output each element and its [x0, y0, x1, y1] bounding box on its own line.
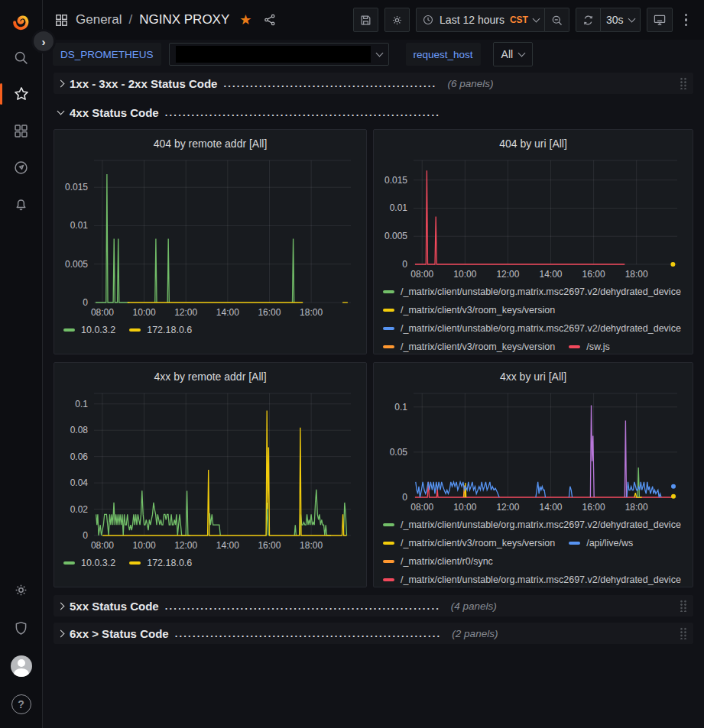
search-icon[interactable]	[6, 44, 37, 70]
chart-404-by-remote-addr[interactable]: 00.0050.010.01508:0010:0012:0014:0016:00…	[60, 154, 360, 352]
svg-text:08:00: 08:00	[410, 502, 433, 513]
chart-plot[interactable]: 00.020.040.060.080.108:0010:0012:0014:00…	[60, 387, 360, 554]
panel-4xx-by-remote-addr: 4xx by remote addr [All] 00.020.040.060.…	[54, 362, 367, 587]
kebab-menu-icon[interactable]	[679, 11, 694, 30]
refresh-button[interactable]	[576, 8, 601, 32]
refresh-interval-picker[interactable]: 30s	[601, 8, 641, 32]
svg-text:0.06: 0.06	[70, 451, 89, 462]
chart-plot[interactable]: 00.0050.010.01508:0010:0012:0014:0016:00…	[380, 154, 686, 283]
zoom-out-button[interactable]	[545, 8, 569, 32]
legend-item[interactable]: /_matrix/client/unstable/org.matrix.msc2…	[383, 516, 681, 534]
row-drag-handle[interactable]	[680, 77, 687, 89]
legend-item[interactable]: /_matrix/client/unstable/org.matrix.msc2…	[383, 283, 681, 301]
legend-label: /sw.js	[586, 341, 610, 352]
legend-item[interactable]: 172.18.0.6	[129, 321, 192, 339]
sidebar-item-starred[interactable]	[6, 81, 37, 107]
chevron-down-icon	[518, 49, 526, 57]
refresh-controls: 30s	[576, 8, 641, 32]
time-controls: Last 12 hours CST	[416, 8, 569, 32]
row-panel-count: (6 panels)	[447, 78, 493, 89]
legend-item[interactable]: /_matrix/client/unstable/org.matrix.msc2…	[383, 319, 681, 338]
legend-swatch	[63, 328, 75, 332]
panel-title[interactable]: 4xx by remote addr [All]	[60, 366, 360, 387]
legend-swatch	[129, 328, 141, 332]
variable-dropdown-ds-prometheus[interactable]	[169, 43, 389, 66]
svg-text:0.005: 0.005	[65, 259, 88, 270]
svg-text:16:00: 16:00	[582, 502, 605, 513]
time-range-picker[interactable]: Last 12 hours CST	[416, 8, 545, 32]
legend-label: /_matrix/client/unstable/org.matrix.msc2…	[401, 519, 681, 530]
row-title-dots: ........................................…	[223, 78, 436, 89]
legend-item[interactable]: /sw.js	[569, 338, 610, 352]
legend-item[interactable]: /_matrix/client/r0/sync	[383, 552, 493, 571]
star-filled-icon[interactable]: ★	[239, 11, 251, 28]
sidebar-item-alerting[interactable]	[6, 191, 37, 217]
chart-plot[interactable]: 00.050.108:0010:0012:0014:0016:0018:00	[380, 387, 686, 516]
row-header-1xx-3xx-2xx[interactable]: 1xx - 3xx - 2xx Status Code ............…	[54, 73, 693, 94]
row-header-4xx[interactable]: 4xx Status Code ........................…	[54, 102, 693, 123]
panel-title[interactable]: 4xx by uri [All]	[380, 366, 686, 387]
chevron-right-icon	[57, 79, 65, 87]
sidebar-item-explore[interactable]	[6, 154, 37, 180]
clock-icon	[422, 14, 434, 26]
chart-404-by-uri[interactable]: 00.0050.010.01508:0010:0012:0014:0016:00…	[380, 154, 686, 352]
panel-legend: 10.0.3.2172.18.0.6	[60, 554, 360, 585]
gear-icon	[391, 14, 404, 27]
panel-legend: /_matrix/client/unstable/org.matrix.msc2…	[380, 516, 686, 585]
legend-swatch	[63, 561, 75, 565]
panel-title[interactable]: 404 by uri [All]	[380, 133, 686, 154]
cycle-view-mode-button[interactable]	[647, 8, 673, 32]
legend-item[interactable]: /_matrix/client/v3/room_keys/version	[383, 301, 555, 319]
panel-title[interactable]: 404 by remote addr [All]	[60, 133, 360, 154]
row-header-5xx[interactable]: 5xx Status Code ........................…	[54, 595, 693, 616]
panel-legend: 10.0.3.2172.18.0.6	[60, 321, 360, 352]
profile-avatar[interactable]	[6, 653, 37, 679]
panel-404-by-uri: 404 by uri [All] 00.0050.010.01508:0010:…	[373, 129, 693, 354]
dashboard-settings-button[interactable]	[384, 8, 410, 32]
grafana-logo[interactable]	[6, 8, 37, 34]
variable-label-request-host[interactable]: request_host	[406, 43, 481, 66]
svg-text:0: 0	[83, 297, 88, 308]
legend-item[interactable]: /_matrix/client/v3/room_keys/version	[383, 338, 555, 352]
legend-item[interactable]: 10.0.3.2	[63, 321, 115, 339]
legend-item[interactable]: /_matrix/client/unstable/org.matrix.msc2…	[383, 571, 681, 585]
settings-icon[interactable]	[6, 577, 37, 603]
chart-4xx-by-remote-addr[interactable]: 00.020.040.060.080.108:0010:0012:0014:00…	[60, 387, 360, 585]
refresh-icon	[582, 14, 595, 27]
legend-item[interactable]: 172.18.0.6	[129, 554, 192, 572]
dashboard-title[interactable]: NGINX PROXY	[139, 12, 229, 28]
row-header-6xx[interactable]: 6xx > Status Code ......................…	[54, 623, 693, 644]
share-icon[interactable]	[263, 13, 277, 27]
chart-4xx-by-uri[interactable]: 00.050.108:0010:0012:0014:0016:0018:00/_…	[380, 387, 686, 585]
row-drag-handle[interactable]	[680, 600, 687, 612]
save-dashboard-button[interactable]	[353, 8, 378, 32]
legend-label: /api/live/ws	[586, 538, 633, 548]
row-drag-handle[interactable]	[680, 627, 687, 639]
variable-label-ds-prometheus[interactable]: DS_PROMETHEUS	[53, 43, 161, 66]
variable-dropdown-request-host[interactable]: All	[493, 42, 534, 66]
chart-plot[interactable]: 00.0050.010.01508:0010:0012:0014:0016:00…	[60, 154, 360, 321]
legend-item[interactable]: 10.0.3.2	[63, 554, 115, 572]
row-panel-count: (4 panels)	[451, 600, 497, 612]
sidebar-expand-button[interactable]: ›	[31, 29, 56, 53]
sidebar-item-dashboards[interactable]	[6, 118, 37, 144]
legend-item[interactable]: /api/live/ws	[569, 534, 633, 552]
svg-text:14:00: 14:00	[216, 307, 239, 318]
svg-text:0.02: 0.02	[70, 504, 89, 515]
svg-text:12:00: 12:00	[174, 540, 197, 551]
chevron-down-icon	[532, 15, 540, 22]
breadcrumb-separator: /	[128, 12, 132, 28]
avatar[interactable]	[11, 655, 32, 677]
legend-swatch	[383, 345, 394, 348]
help-icon[interactable]: ?	[6, 691, 37, 717]
breadcrumb-section[interactable]: General	[76, 12, 122, 28]
gear-icon	[13, 582, 29, 598]
legend-item[interactable]: /_matrix/client/v3/room_keys/version	[383, 534, 555, 552]
svg-text:10:00: 10:00	[453, 502, 476, 513]
zoom-out-icon	[550, 14, 563, 27]
panel-4xx-by-uri: 4xx by uri [All] 00.050.108:0010:0012:00…	[373, 362, 693, 587]
shield-icon	[13, 620, 29, 636]
server-admin-icon[interactable]	[6, 615, 37, 641]
legend-label: /_matrix/client/unstable/org.matrix.msc2…	[401, 323, 681, 334]
svg-text:0.01: 0.01	[390, 202, 408, 213]
